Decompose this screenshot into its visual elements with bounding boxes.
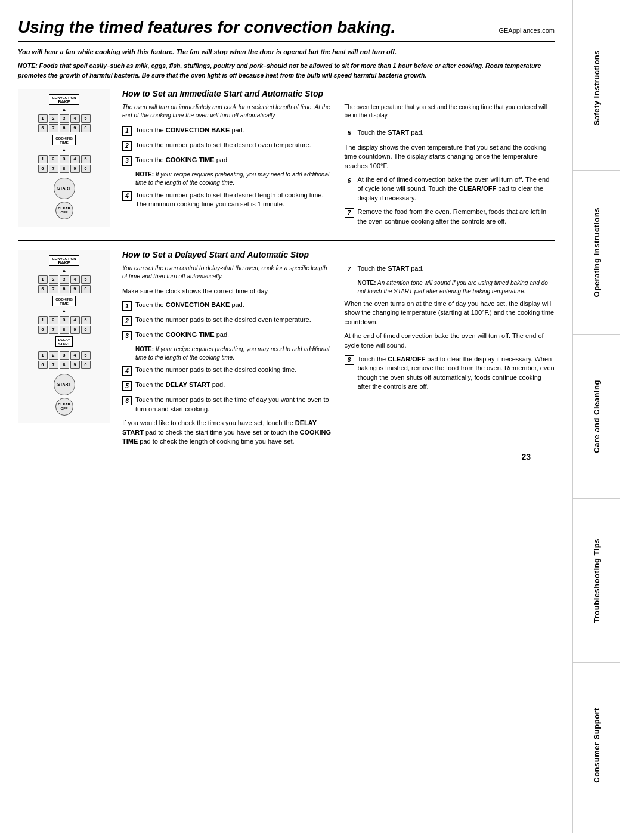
sidebar-care-text: Care and Cleaning — [592, 380, 601, 453]
key-5b: 5 — [81, 155, 91, 163]
step-1-3: 3 Touch the COOKING TIME pad. — [122, 156, 333, 166]
page-title: Using the timed features for convection … — [18, 18, 395, 37]
step-num-7: 7 — [345, 208, 354, 218]
step-2-4: 4 Touch the number pads to set the desir… — [122, 366, 333, 376]
step-text-2-2: Touch the number pads to set the desired… — [135, 315, 311, 324]
start-btn-2-container: START — [32, 374, 97, 395]
oven-inner-2: CONVECTION BAKE ▲ 12345 67890 — [32, 255, 97, 418]
step-text-2-6: Touch the number pads to set the time of… — [135, 395, 333, 414]
clear-off-button-2[interactable]: CLEAROFF — [55, 398, 73, 416]
page-wrapper: Using the timed features for convection … — [0, 0, 644, 833]
clear-btn-2-container: CLEAROFF — [32, 398, 97, 416]
intro-text: You will hear a fan while cooking with t… — [18, 48, 555, 57]
section1-right: The oven temperature that you set and th… — [345, 103, 555, 231]
step-num-3: 3 — [122, 156, 132, 166]
section1-right-intro: The oven temperature that you set and th… — [345, 103, 555, 120]
key-9b: 9 — [70, 165, 80, 173]
section2: CONVECTION BAKE ▲ 12345 67890 — [18, 250, 555, 446]
step-text-4: Touch the number pads to set the desired… — [135, 191, 333, 209]
arrow-up-4: ▲ — [32, 308, 97, 314]
step-text-5: Touch the START pad. — [358, 128, 424, 137]
sidebar-operating: Operating Instructions — [573, 171, 620, 335]
key-3b: 3 — [60, 155, 69, 163]
clear-off-button-1[interactable]: CLEAROFF — [55, 202, 73, 219]
note-inline-3: NOTE: An attention tone will sound if yo… — [358, 279, 555, 296]
keypad-row-2-4: 67890 — [38, 326, 91, 334]
keypad-row-2-2: 67890 — [38, 285, 91, 293]
section1-intro: The oven will turn on immediately and co… — [122, 103, 333, 120]
section2-left: You can set the oven control to delay-st… — [122, 264, 333, 446]
step-text-2-4: Touch the number pads to set the desired… — [135, 366, 296, 374]
start-btn-1-container: START — [32, 178, 97, 199]
step-text-2-8: Touch the CLEAR/OFF pad to clear the dis… — [358, 355, 555, 392]
website: GEAppliances.com — [499, 27, 555, 34]
key-2b: 2 — [49, 155, 58, 163]
step-2-6: 6 Touch the number pads to set the time … — [122, 395, 333, 414]
keypad-rows-2b: 12345 67890 — [32, 316, 97, 334]
keypad-rows-top: 1 2 3 4 5 6 7 8 9 0 — [32, 114, 97, 132]
key-8b: 8 — [60, 165, 69, 173]
right-sidebar: Safety Instructions Operating Instructio… — [572, 0, 620, 833]
step-num-1: 1 — [122, 126, 132, 136]
step-1-7: 7 Remove the food from the oven. Remembe… — [345, 208, 555, 226]
key-1b: 1 — [38, 155, 48, 163]
key-7b: 7 — [49, 165, 58, 173]
cooking-time-label-2: COOKINGTIME — [52, 296, 76, 306]
step-text-2-7: Touch the START pad. — [358, 264, 424, 273]
step-num-2-5: 5 — [122, 381, 132, 391]
clear-btn-1-container: CLEAROFF — [32, 202, 97, 219]
step-2-8: 8 Touch the CLEAR/OFF pad to clear the d… — [345, 355, 555, 392]
note-inline-1: NOTE: If your recipe requires preheating… — [135, 171, 333, 187]
delay-start-section: DELAYSTART — [32, 336, 97, 349]
convection-label-bot: BAKE — [58, 100, 70, 104]
delay-start-label: DELAYSTART — [55, 336, 73, 347]
key-4: 4 — [70, 114, 80, 123]
convection-bake-label: CONVECTION BAKE — [49, 94, 79, 105]
key-4b: 4 — [70, 155, 80, 163]
key-5: 5 — [81, 114, 91, 123]
key-3: 3 — [60, 114, 69, 123]
step-2-3: 3 Touch the COOKING TIME pad. — [122, 330, 333, 340]
start-button-1[interactable]: START — [54, 178, 75, 199]
end-of-bake-text: At the end of timed convection bake the … — [345, 332, 555, 350]
key-8: 8 — [60, 124, 69, 132]
step-text-2: Touch the number pads to set the desired… — [135, 141, 311, 150]
step-text-3: Touch the COOKING TIME pad. — [135, 156, 229, 165]
oven-diagram-2: CONVECTION BAKE ▲ 12345 67890 — [18, 250, 110, 423]
sidebar-operating-text: Operating Instructions — [592, 208, 601, 297]
section2-right: 7 Touch the START pad. NOTE: An attentio… — [345, 264, 555, 446]
step-1-2: 2 Touch the number pads to set the desir… — [122, 141, 333, 151]
key-6b: 6 — [38, 165, 48, 173]
step-num-2-2: 2 — [122, 316, 132, 326]
step-num-5: 5 — [345, 129, 354, 138]
oven-inner-1: CONVECTION BAKE ▲ 1 2 3 4 5 — [32, 94, 97, 222]
sidebar-safety: Safety Instructions — [573, 6, 620, 171]
oven-diagram-1: CONVECTION BAKE ▲ 1 2 3 4 5 — [18, 89, 110, 227]
section2-intro: You can set the oven control to delay-st… — [122, 264, 333, 281]
key-6: 6 — [38, 124, 48, 132]
cooking-label: COOKING — [55, 137, 73, 140]
step-num-2-1: 1 — [122, 301, 132, 311]
keypad-rows-2a: 12345 67890 — [32, 275, 97, 293]
step-num-2-7: 7 — [345, 265, 354, 274]
convection-bake-section: CONVECTION BAKE ▲ — [32, 94, 97, 112]
section2-two-col: You can set the oven control to delay-st… — [122, 264, 555, 446]
keypad-row-2-5: 12345 — [38, 351, 91, 360]
step-2-1: 1 Touch the CONVECTION BAKE pad. — [122, 301, 333, 311]
key-1: 1 — [38, 114, 48, 123]
note-text: NOTE: Foods that spoil easily–such as mi… — [18, 61, 555, 79]
arrow-up-1: ▲ — [32, 107, 97, 112]
key-2: 2 — [49, 114, 58, 123]
step-num-6: 6 — [345, 176, 354, 185]
start-button-2[interactable]: START — [54, 374, 75, 395]
cooking-time-section-1: COOKING TIME ▲ — [32, 135, 97, 153]
step-1-1: 1 Touch the CONVECTION BAKE pad. — [122, 126, 333, 136]
section1-left: The oven will turn on immediately and co… — [122, 103, 333, 231]
cooking-time-label: COOKING TIME — [52, 135, 76, 145]
step-text-6: At the end of timed convection bake the … — [358, 175, 555, 203]
clock-check-text: Make sure the clock shows the correct ti… — [122, 287, 333, 296]
sidebar-consumer: Consumer Support — [573, 663, 620, 827]
keypad-rows-2c: 12345 67890 — [32, 351, 97, 369]
step-2-2: 2 Touch the number pads to set the desir… — [122, 315, 333, 326]
page-title-area: Using the timed features for convection … — [18, 18, 555, 42]
